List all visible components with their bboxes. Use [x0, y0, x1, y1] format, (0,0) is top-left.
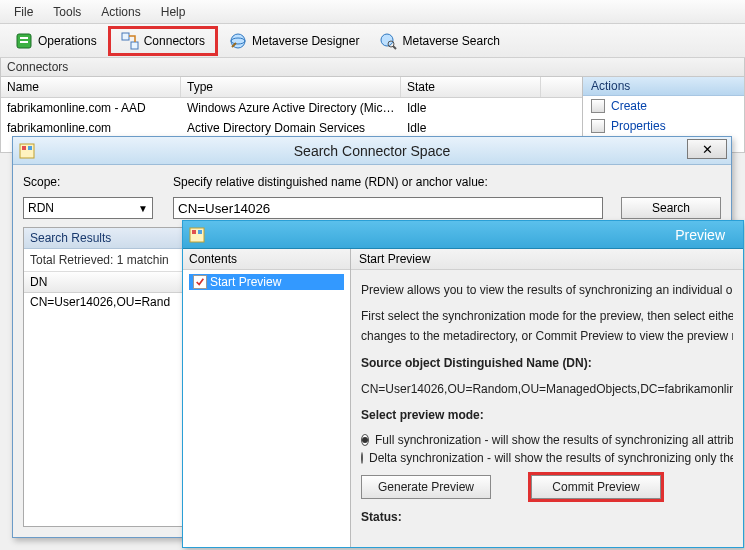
svg-rect-1 [20, 37, 28, 39]
dn-value: CN=User14026,OU=Random,OU=ManagedObjects… [361, 381, 733, 397]
metaverse-search-icon [379, 32, 397, 50]
preview-right-pane: Start Preview Preview allows you to view… [351, 249, 743, 547]
dn-column-header[interactable]: DN [24, 272, 187, 293]
preview-intro: Preview allows you to view the results o… [361, 282, 733, 298]
toolbar-operations-label: Operations [38, 34, 97, 48]
operations-icon [15, 32, 33, 50]
properties-icon [591, 119, 605, 133]
table-row[interactable]: fabrikamonline.com Active Directory Doma… [1, 118, 582, 138]
radio-full-label: Full synchronization - will show the res… [375, 433, 733, 447]
menu-tools[interactable]: Tools [43, 2, 91, 22]
cell-type: Active Directory Domain Services [181, 120, 401, 136]
col-header-type[interactable]: Type [181, 77, 401, 97]
preview-intro3: changes to the metadirectory, or Commit … [361, 328, 733, 344]
svg-point-7 [381, 34, 393, 46]
cell-type: Windows Azure Active Directory (Micr... [181, 100, 401, 116]
tree-item-label: Start Preview [210, 275, 281, 289]
preview-intro2: First select the synchronization mode fo… [361, 308, 733, 324]
status-label: Status: [361, 509, 733, 525]
search-results-panel: Search Results Total Retrieved: 1 matchi… [23, 227, 188, 527]
toolbar-metaverse-designer[interactable]: Metaverse Designer [220, 28, 368, 54]
contents-header: Contents [183, 249, 350, 270]
preview-titlebar[interactable]: Preview [183, 221, 743, 249]
connectors-table-header: Name Type State [1, 77, 582, 98]
window-icon [19, 143, 35, 159]
svg-rect-3 [122, 33, 129, 40]
action-create-label: Create [611, 99, 647, 113]
scope-label: Scope: [23, 175, 173, 189]
window-icon [189, 227, 205, 243]
scope-value: RDN [28, 201, 54, 215]
toolbar-operations[interactable]: Operations [6, 28, 106, 54]
toolbar-metaverse-designer-label: Metaverse Designer [252, 34, 359, 48]
preview-title: Preview [675, 227, 725, 243]
scs-instruction: Specify relative distinguished name (RDN… [173, 175, 488, 189]
total-retrieved-label: Total Retrieved: 1 matchin [24, 249, 187, 272]
preview-tree-pane: Contents Start Preview [183, 249, 351, 547]
connectors-pane-label: Connectors [0, 58, 745, 77]
radio-full-sync[interactable]: Full synchronization - will show the res… [361, 433, 733, 447]
actions-header: Actions [583, 77, 744, 96]
col-header-state[interactable]: State [401, 77, 541, 97]
scs-close-button[interactable]: ✕ [687, 139, 727, 159]
search-button[interactable]: Search [621, 197, 721, 219]
scope-dropdown[interactable]: RDN ▼ [23, 197, 153, 219]
svg-rect-4 [131, 42, 138, 49]
table-row[interactable]: fabrikamonline.com - AAD Windows Azure A… [1, 98, 582, 118]
close-icon: ✕ [702, 142, 713, 157]
dn-label: Source object Distinguished Name (DN): [361, 355, 733, 371]
preview-window: Preview Contents Start Preview Start Pre… [182, 220, 744, 548]
action-create[interactable]: Create [583, 96, 744, 116]
radio-icon [361, 452, 363, 464]
cell-state: Idle [401, 120, 541, 136]
chevron-down-icon: ▼ [138, 203, 148, 214]
svg-rect-2 [20, 41, 28, 43]
menu-actions[interactable]: Actions [91, 2, 150, 22]
col-header-name[interactable]: Name [1, 77, 181, 97]
start-preview-header: Start Preview [351, 249, 743, 270]
toolbar-connectors-label: Connectors [144, 34, 205, 48]
radio-icon [361, 434, 369, 446]
mode-label: Select preview mode: [361, 407, 733, 423]
scs-titlebar[interactable]: Search Connector Space ✕ [13, 137, 731, 165]
toolbar-metaverse-search[interactable]: Metaverse Search [370, 28, 508, 54]
svg-rect-11 [28, 146, 32, 150]
menu-file[interactable]: File [4, 2, 43, 22]
cell-state: Idle [401, 100, 541, 116]
cell-name: fabrikamonline.com - AAD [1, 100, 181, 116]
metaverse-designer-icon [229, 32, 247, 50]
action-properties-label: Properties [611, 119, 666, 133]
create-icon [591, 99, 605, 113]
result-row[interactable]: CN=User14026,OU=Rand [24, 293, 187, 311]
menu-bar: File Tools Actions Help [0, 0, 745, 24]
toolbar: Operations Connectors Metaverse Designer… [0, 24, 745, 58]
toolbar-connectors[interactable]: Connectors [108, 26, 218, 56]
rdn-input[interactable] [173, 197, 603, 219]
search-results-header: Search Results [24, 228, 187, 249]
action-properties[interactable]: Properties [583, 116, 744, 136]
scs-title: Search Connector Space [294, 143, 450, 159]
tree-item-start-preview[interactable]: Start Preview [189, 274, 344, 290]
svg-rect-14 [198, 230, 202, 234]
radio-delta-sync[interactable]: Delta synchronization - will show the re… [361, 451, 733, 465]
toolbar-metaverse-search-label: Metaverse Search [402, 34, 499, 48]
connectors-icon [121, 32, 139, 50]
commit-preview-button[interactable]: Commit Preview [531, 475, 661, 499]
menu-help[interactable]: Help [151, 2, 196, 22]
checkbox-icon [193, 275, 207, 289]
generate-preview-button[interactable]: Generate Preview [361, 475, 491, 499]
radio-delta-label: Delta synchronization - will show the re… [369, 451, 733, 465]
cell-name: fabrikamonline.com [1, 120, 181, 136]
svg-rect-13 [192, 230, 196, 234]
svg-rect-10 [22, 146, 26, 150]
